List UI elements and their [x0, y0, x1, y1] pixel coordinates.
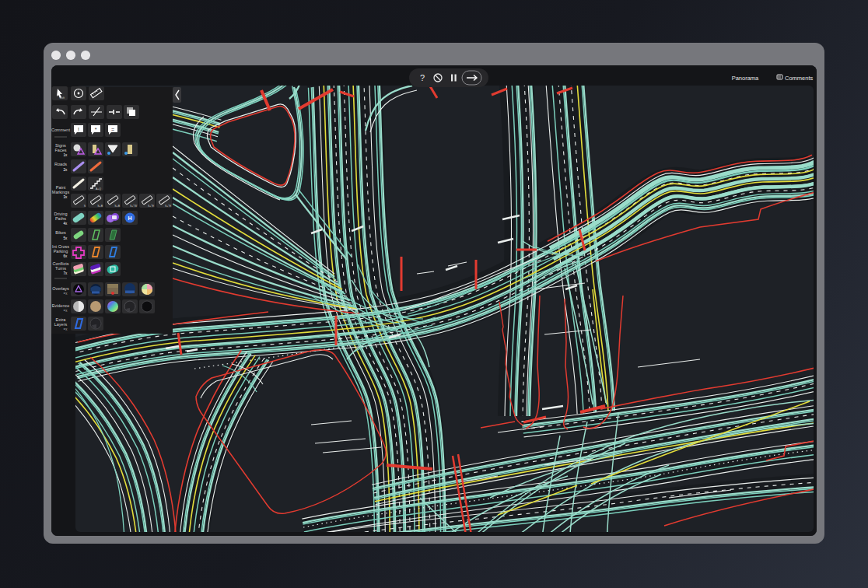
svg-text:S+B: S+B	[114, 205, 120, 208]
svg-text:Markings: Markings	[52, 190, 70, 194]
svg-text:7x: 7x	[64, 271, 68, 275]
svg-text:=: =	[111, 127, 114, 132]
svg-text:4x: 4x	[64, 222, 68, 226]
svg-text:Overlays: Overlays	[52, 286, 69, 291]
svg-text:Comment: Comment	[51, 128, 70, 132]
svg-text:S+*E: S+*E	[165, 205, 172, 208]
svg-text:1x: 1x	[64, 153, 68, 157]
svg-text:Comments: Comments	[785, 75, 814, 82]
svg-text:shift: shift	[60, 96, 65, 100]
svg-text:Faces: Faces	[55, 148, 67, 152]
svg-text:S+B: S+B	[97, 205, 103, 208]
svg-text:6x: 6x	[64, 254, 68, 258]
svg-text:Evidence: Evidence	[52, 303, 70, 308]
svg-text:H: H	[128, 215, 131, 221]
svg-text:*: *	[95, 127, 97, 132]
svg-text:A+Q: A+Q	[96, 187, 101, 191]
svg-text:S+*E: S+*E	[148, 205, 155, 208]
svg-text:Parking: Parking	[54, 249, 68, 254]
svg-text:Turns: Turns	[55, 266, 66, 271]
svg-text:!: !	[78, 127, 79, 132]
svg-text:=x: =x	[64, 292, 68, 296]
svg-text:3x: 3x	[64, 195, 68, 199]
svg-text:5x: 5x	[64, 236, 68, 240]
svg-text:?: ?	[420, 73, 425, 82]
svg-text:Panorama: Panorama	[732, 75, 759, 82]
svg-text:Layers: Layers	[54, 322, 68, 327]
svg-text:S+*W: S+*W	[130, 205, 138, 208]
svg-text:Paths: Paths	[55, 216, 66, 221]
svg-text:=x: =x	[64, 327, 68, 331]
svg-text:Bikes: Bikes	[55, 230, 66, 235]
svg-text:Roads: Roads	[54, 162, 67, 166]
svg-text:=x: =x	[64, 309, 68, 313]
svg-text:2x: 2x	[64, 168, 68, 172]
